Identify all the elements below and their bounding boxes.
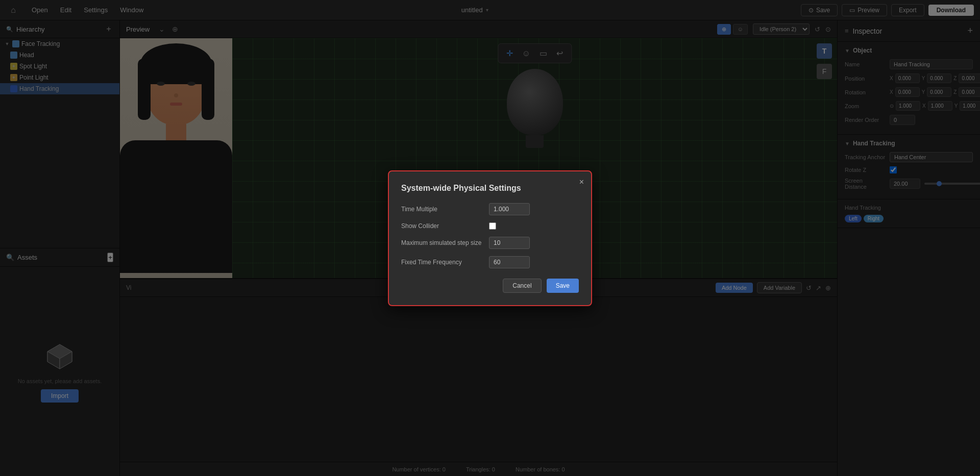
fixed-time-field: Fixed Time Frequency [401,256,579,268]
time-multiple-input[interactable] [489,203,530,215]
time-multiple-field: Time Multiple [401,203,579,215]
dialog-cancel-button[interactable]: Cancel [503,279,541,293]
dialog-actions: Cancel Save [401,279,579,293]
show-collider-label: Show Collider [401,222,483,230]
fixed-time-label: Fixed Time Frequency [401,259,483,266]
dialog-save-button[interactable]: Save [547,279,579,293]
time-multiple-label: Time Multiple [401,206,483,213]
max-step-field: Maximum simulated step size [401,237,579,249]
max-step-label: Maximum simulated step size [401,239,483,246]
max-step-input[interactable] [489,237,530,249]
dialog-overlay: System-wide Physical Settings × Time Mul… [0,0,980,476]
fixed-time-input[interactable] [489,256,530,268]
dialog-title: System-wide Physical Settings [401,184,579,193]
show-collider-checkbox[interactable] [489,222,496,230]
dialog-close-button[interactable]: × [579,178,584,187]
physical-settings-dialog: System-wide Physical Settings × Time Mul… [388,170,592,306]
show-collider-field: Show Collider [401,222,579,230]
